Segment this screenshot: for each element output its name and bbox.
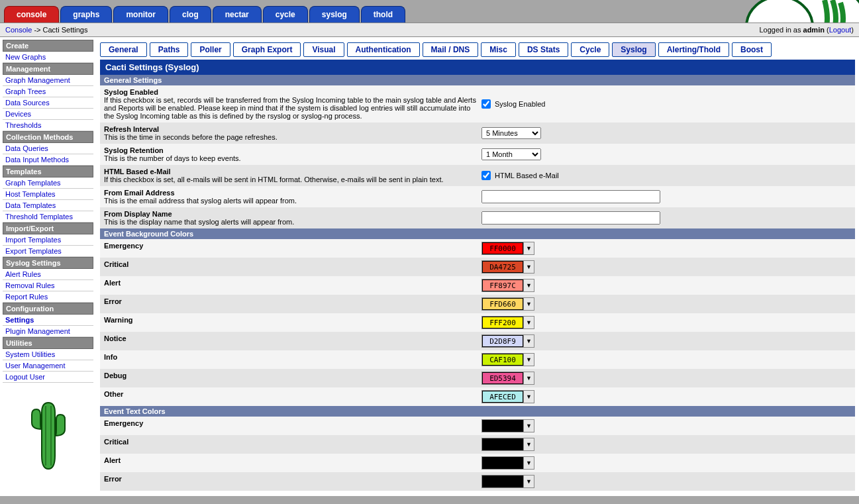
cactus-logo: [3, 396, 93, 477]
txtcolor-select-error[interactable]: ▼: [481, 475, 534, 488]
top-tab-monitor[interactable]: monitor: [113, 6, 168, 23]
bgcolor-select-info[interactable]: CAF100▼: [481, 353, 534, 366]
bgcolor-row-other: OtherAFECED▼: [100, 387, 855, 406]
top-tab-cycle[interactable]: cycle: [263, 6, 308, 23]
txtcolor-select-critical[interactable]: ▼: [481, 438, 534, 451]
sub-tab-general[interactable]: General: [100, 42, 147, 57]
sub-tab-visual[interactable]: Visual: [303, 42, 344, 57]
sidebar-link-new-graphs[interactable]: New Graphs: [3, 52, 93, 63]
section-text-colors: Event Text Colors: [100, 406, 855, 417]
top-tab-console[interactable]: console: [4, 6, 59, 23]
chevron-down-icon[interactable]: ▼: [523, 420, 534, 432]
sidebar-link-data-queries[interactable]: Data Queries: [3, 143, 93, 154]
sidebar-link-data-templates[interactable]: Data Templates: [3, 200, 93, 211]
logout-link[interactable]: Logout: [829, 26, 852, 34]
syslog-retention-select[interactable]: 1 Month: [481, 148, 541, 160]
bgcolor-select-emergency[interactable]: FF0000▼: [481, 242, 534, 255]
sub-tab-misc[interactable]: Misc: [481, 42, 516, 57]
txtcolor-select-alert[interactable]: ▼: [481, 456, 534, 470]
settings-tabs: GeneralPathsPollerGraph ExportVisualAuth…: [100, 42, 855, 57]
chevron-down-icon[interactable]: ▼: [523, 242, 534, 254]
from-email-input[interactable]: [481, 190, 660, 203]
sidebar-head-templates: Templates: [3, 166, 93, 177]
sidebar-head-management: Management: [3, 63, 93, 75]
txtcolor-select-emergency[interactable]: ▼: [481, 419, 534, 432]
chevron-down-icon[interactable]: ▼: [523, 457, 534, 469]
sub-tab-graph-export[interactable]: Graph Export: [233, 42, 301, 57]
sidebar-link-alert-rules[interactable]: Alert Rules: [3, 269, 93, 280]
chevron-down-icon[interactable]: ▼: [523, 279, 534, 291]
bgcolor-select-critical[interactable]: DA4725▼: [481, 260, 534, 274]
breadcrumb-root[interactable]: Console: [5, 26, 32, 34]
sidebar-link-plugin-management[interactable]: Plugin Management: [3, 326, 93, 337]
sidebar-link-settings[interactable]: Settings: [3, 315, 93, 326]
chevron-down-icon[interactable]: ▼: [523, 476, 534, 487]
sidebar-link-data-sources[interactable]: Data Sources: [3, 97, 93, 109]
top-tab-thold[interactable]: thold: [361, 6, 405, 23]
sidebar-link-report-rules[interactable]: Report Rules: [3, 291, 93, 303]
main-content: GeneralPathsPollerGraph ExportVisualAuth…: [96, 37, 859, 496]
sub-tab-boost[interactable]: Boost: [732, 42, 772, 57]
sidebar-link-logout-user[interactable]: Logout User: [3, 372, 93, 383]
sub-tab-ds-stats[interactable]: DS Stats: [519, 42, 568, 57]
row-html-email: HTML Based e-MailIf this checkbox is set…: [100, 165, 855, 186]
top-tab-graphs[interactable]: graphs: [60, 6, 112, 23]
top-tab-clog[interactable]: clog: [170, 6, 211, 23]
panel-title: Cacti Settings (Syslog): [100, 60, 855, 75]
chevron-down-icon[interactable]: ▼: [523, 372, 534, 384]
row-refresh-interval: Refresh IntervalThis is the time in seco…: [100, 123, 855, 144]
top-tab-nectar[interactable]: nectar: [213, 6, 262, 23]
sub-tab-poller[interactable]: Poller: [191, 42, 230, 57]
chevron-down-icon[interactable]: ▼: [523, 317, 534, 328]
sidebar-link-threshold-templates[interactable]: Threshold Templates: [3, 211, 93, 223]
sidebar-link-import-templates[interactable]: Import Templates: [3, 234, 93, 246]
sidebar-link-host-templates[interactable]: Host Templates: [3, 189, 93, 200]
bgcolor-select-error[interactable]: FFD660▼: [481, 297, 534, 311]
sub-tab-syslog[interactable]: Syslog: [612, 42, 655, 57]
bgcolor-select-other[interactable]: AFECED▼: [481, 390, 534, 403]
from-name-input[interactable]: [481, 211, 660, 225]
breadcrumb-bar: Console -> Cacti Settings Logged in as a…: [0, 23, 859, 37]
sidebar: CreateNew GraphsManagementGraph Manageme…: [0, 37, 96, 496]
sidebar-link-data-input-methods[interactable]: Data Input Methods: [3, 154, 93, 166]
sub-tab-authentication[interactable]: Authentication: [347, 42, 420, 57]
sub-tab-cycle[interactable]: Cycle: [571, 42, 609, 57]
top-tab-syslog[interactable]: syslog: [309, 6, 360, 23]
chevron-down-icon[interactable]: ▼: [523, 391, 534, 403]
bgcolor-select-debug[interactable]: ED5394▼: [481, 372, 534, 385]
bgcolor-row-alert: AlertFF897C▼: [100, 276, 855, 295]
sidebar-link-removal-rules[interactable]: Removal Rules: [3, 280, 93, 291]
cactus-banner: [607, 0, 859, 23]
chevron-down-icon[interactable]: ▼: [523, 354, 534, 366]
sidebar-link-graph-templates[interactable]: Graph Templates: [3, 177, 93, 189]
bgcolor-select-warning[interactable]: FFF200▼: [481, 316, 534, 329]
chevron-down-icon[interactable]: ▼: [523, 298, 534, 310]
sidebar-head-utilities: Utilities: [3, 337, 93, 349]
bgcolor-row-critical: CriticalDA4725▼: [100, 258, 855, 276]
refresh-interval-select[interactable]: 5 Minutes: [481, 127, 541, 139]
sidebar-link-graph-management[interactable]: Graph Management: [3, 75, 93, 86]
sub-tab-paths[interactable]: Paths: [150, 42, 189, 57]
row-syslog-retention: Syslog RetentionThis is the number of da…: [100, 144, 855, 165]
section-general-settings: General Settings: [100, 75, 855, 85]
bgcolor-row-emergency: EmergencyFF0000▼: [100, 239, 855, 258]
top-tab-bar: consolegraphsmonitorclognectarcyclesyslo…: [0, 0, 859, 23]
chevron-down-icon[interactable]: ▼: [523, 438, 534, 450]
sub-tab-mail-dns[interactable]: Mail / DNS: [423, 42, 479, 57]
txtcolor-row-error: Error▼: [100, 472, 855, 491]
sub-tab-alerting-thold[interactable]: Alerting/Thold: [658, 42, 729, 57]
sidebar-link-devices[interactable]: Devices: [3, 109, 93, 120]
sidebar-link-export-templates[interactable]: Export Templates: [3, 246, 93, 257]
sidebar-link-system-utilities[interactable]: System Utilities: [3, 349, 93, 360]
row-syslog-enabled: Syslog EnabledIf this checkbox is set, r…: [100, 85, 855, 123]
sidebar-link-user-management[interactable]: User Management: [3, 360, 93, 372]
chevron-down-icon[interactable]: ▼: [523, 335, 534, 347]
bgcolor-select-notice[interactable]: D2D8F9▼: [481, 334, 534, 348]
bgcolor-row-debug: DebugED5394▼: [100, 369, 855, 387]
syslog-enabled-checkbox[interactable]: [481, 99, 491, 109]
chevron-down-icon[interactable]: ▼: [523, 261, 534, 273]
sidebar-link-thresholds[interactable]: Thresholds: [3, 120, 93, 131]
sidebar-link-graph-trees[interactable]: Graph Trees: [3, 86, 93, 97]
bgcolor-select-alert[interactable]: FF897C▼: [481, 279, 534, 292]
html-email-checkbox[interactable]: [481, 171, 491, 180]
